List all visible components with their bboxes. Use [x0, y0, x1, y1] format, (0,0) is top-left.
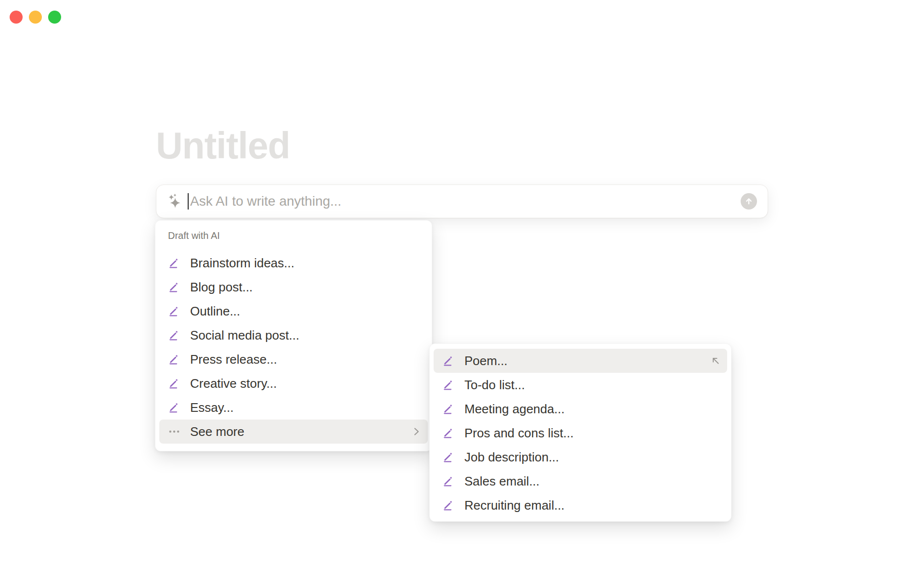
pencil-icon — [168, 353, 180, 366]
menu-item-label: Social media post... — [190, 328, 299, 343]
menu-item-creative-story[interactable]: Creative story... — [155, 371, 432, 395]
menu-item-label: Recruiting email... — [464, 498, 565, 513]
menu-item-label: Blog post... — [190, 280, 253, 295]
pencil-icon — [442, 451, 455, 463]
menu-item-label: Job description... — [464, 450, 559, 465]
window-controls — [10, 11, 61, 24]
menu-item-label: Press release... — [190, 352, 277, 367]
submenu-item-recruiting-email[interactable]: Recruiting email... — [434, 493, 727, 517]
submenu-item-sales-email[interactable]: Sales email... — [434, 469, 727, 493]
menu-item-press-release[interactable]: Press release... — [155, 347, 432, 371]
submenu-item-to-do-list[interactable]: To-do list... — [434, 373, 727, 397]
menu-item-brainstorm-ideas[interactable]: Brainstorm ideas... — [155, 251, 432, 275]
pencil-icon — [168, 281, 180, 293]
chevron-right-icon — [411, 426, 422, 437]
page-title[interactable]: Untitled — [156, 127, 290, 164]
submenu-item-job-description[interactable]: Job description... — [434, 445, 727, 469]
ai-input-placeholder[interactable]: Ask AI to write anything... — [190, 194, 741, 209]
close-window-button[interactable] — [10, 11, 23, 24]
menu-item-label: Poem... — [464, 354, 508, 368]
pencil-icon — [168, 305, 180, 317]
submenu-item-meeting-agenda[interactable]: Meeting agenda... — [434, 397, 727, 421]
minimize-window-button[interactable] — [29, 11, 42, 24]
menu-item-label: Brainstorm ideas... — [190, 256, 295, 271]
menu-item-label: See more — [190, 424, 244, 439]
pencil-icon — [168, 257, 180, 269]
menu-item-label: Pros and cons list... — [464, 426, 574, 441]
pencil-icon — [442, 403, 455, 415]
draft-menu-list: Brainstorm ideas... Blog post... Outline… — [155, 251, 432, 444]
zoom-window-button[interactable] — [48, 11, 61, 24]
pencil-icon — [168, 329, 180, 342]
menu-item-label: Essay... — [190, 400, 234, 415]
app-window: Untitled Ask AI to write anything... Dra… — [0, 0, 924, 578]
submenu-item-pros-and-cons-list[interactable]: Pros and cons list... — [434, 421, 727, 445]
menu-section-header: Draft with AI — [155, 228, 432, 243]
menu-item-social-media-post[interactable]: Social media post... — [155, 323, 432, 347]
pencil-icon — [442, 427, 455, 439]
ai-input-bar[interactable]: Ask AI to write anything... — [156, 184, 768, 218]
arrow-up-icon — [744, 196, 754, 207]
pencil-icon — [442, 379, 455, 391]
submenu-item-poem[interactable]: Poem... — [434, 349, 727, 373]
menu-item-blog-post[interactable]: Blog post... — [155, 275, 432, 299]
menu-item-label: To-do list... — [464, 378, 525, 393]
arrow-up-left-icon — [710, 355, 721, 367]
menu-item-outline[interactable]: Outline... — [155, 299, 432, 323]
ellipsis-icon — [168, 425, 180, 438]
pencil-icon — [442, 499, 455, 512]
menu-item-label: Outline... — [190, 304, 240, 319]
menu-item-essay[interactable]: Essay... — [155, 395, 432, 420]
menu-item-label: Meeting agenda... — [464, 402, 565, 417]
pencil-icon — [442, 355, 455, 367]
menu-item-label: Creative story... — [190, 376, 277, 391]
menu-item-see-more[interactable]: See more — [159, 420, 428, 444]
draft-with-ai-menu: Draft with AI Brainstorm ideas... Blog p… — [155, 220, 432, 451]
pencil-icon — [442, 475, 455, 487]
pencil-icon — [168, 377, 180, 390]
ai-sparkle-icon — [167, 193, 183, 210]
pencil-icon — [168, 401, 180, 414]
submit-prompt-button[interactable] — [741, 193, 757, 210]
see-more-submenu: Poem... To-do list... Meeting agenda... … — [429, 343, 732, 522]
text-cursor — [188, 193, 189, 210]
menu-item-label: Sales email... — [464, 474, 539, 489]
